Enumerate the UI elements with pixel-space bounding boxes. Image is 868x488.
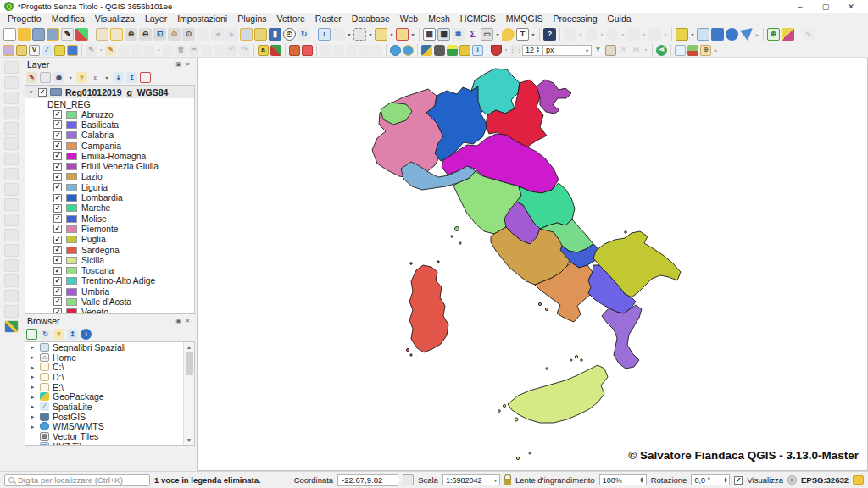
rotate-label-icon[interactable] <box>333 45 344 56</box>
browser-item-postgis[interactable]: PostGIS <box>25 412 183 422</box>
spatial-bookmarks-icon[interactable] <box>269 28 281 41</box>
legend-checkbox[interactable] <box>53 152 62 160</box>
add-feature-icon[interactable] <box>131 45 142 56</box>
new-shapefile-layer-icon[interactable] <box>16 45 27 56</box>
archive-icon[interactable] <box>459 45 470 56</box>
vertex-dropdown-icon[interactable] <box>155 44 162 57</box>
legend-item-piemonte[interactable]: Piemonte <box>25 224 194 234</box>
processing-toolbox-icon[interactable] <box>452 28 465 41</box>
zoom-to-selection-icon[interactable] <box>168 28 181 41</box>
save-edits-icon[interactable] <box>118 45 129 56</box>
layer-checkbox[interactable] <box>38 88 47 97</box>
minimize-button[interactable]: – <box>787 0 813 13</box>
select-by-value-icon[interactable] <box>375 28 387 41</box>
toggle-editing-icon[interactable] <box>105 45 116 56</box>
add-part-icon[interactable] <box>4 152 19 165</box>
island-egadi-2[interactable] <box>498 410 501 413</box>
island-san-pietro[interactable] <box>410 354 412 356</box>
polygon-dropdown-icon[interactable] <box>641 28 648 41</box>
save-project-as-icon[interactable] <box>47 28 59 41</box>
intersections-dropdown-icon[interactable] <box>643 44 649 57</box>
layer-name[interactable]: Reg01012019_g_WGS84 <box>65 87 168 97</box>
browser-item-xyz-tiles[interactable]: XYZ Tiles <box>25 441 183 445</box>
legend-swatch[interactable] <box>66 152 77 160</box>
attribute-table-icon[interactable] <box>423 28 436 41</box>
new-3d-map-view-icon[interactable] <box>254 28 267 41</box>
menu-impostazioni[interactable]: Impostazioni <box>172 14 232 24</box>
island-ischia[interactable] <box>538 302 541 305</box>
maximize-button[interactable]: ▢ <box>813 0 838 13</box>
share-icon[interactable] <box>656 45 667 56</box>
browser-item-wms[interactable]: WMS/WMTS <box>25 422 183 432</box>
qlr-layer-icon[interactable] <box>687 45 698 56</box>
legend-checkbox[interactable] <box>53 225 62 233</box>
legend-swatch[interactable] <box>66 173 77 180</box>
browser-item-vector-tiles[interactable]: Vector Tiles <box>25 431 183 441</box>
new-geopackage-layer-icon[interactable] <box>3 45 14 56</box>
copy-move-feature-icon[interactable] <box>4 92 19 104</box>
filter-dropdown-icon[interactable] <box>103 71 110 84</box>
legend-checkbox[interactable] <box>53 236 62 244</box>
zoom-to-layer-icon[interactable] <box>182 28 195 41</box>
island-lampedusa[interactable] <box>516 457 519 459</box>
coordinate-input[interactable]: -22.67,9.82 <box>337 474 398 486</box>
deselect-features-icon[interactable] <box>396 28 409 41</box>
browser-item-d-drive[interactable]: D:\ <box>25 372 183 382</box>
island-eolie-1[interactable] <box>575 355 577 358</box>
collapse-all-icon[interactable] <box>126 72 137 83</box>
new-temporary-layer-icon[interactable] <box>54 45 65 56</box>
marker-style-icon[interactable] <box>726 28 738 41</box>
osm-place-search-icon[interactable] <box>767 28 780 41</box>
legend-swatch[interactable] <box>66 308 77 314</box>
feature-action-dropdown-icon[interactable] <box>346 28 353 41</box>
move-label-icon[interactable] <box>320 45 331 56</box>
island-maddalena[interactable] <box>437 261 439 263</box>
curved-label-icon[interactable] <box>359 45 370 56</box>
open-layer-styling-icon[interactable] <box>26 72 37 83</box>
menu-web[interactable]: Web <box>395 14 423 24</box>
cut-features-icon[interactable] <box>188 45 199 56</box>
attributes-painter-icon[interactable] <box>782 28 794 41</box>
menu-raster[interactable]: Raster <box>310 14 347 24</box>
legend-item-lazio[interactable]: Lazio <box>25 172 194 182</box>
pin-labels-icon[interactable] <box>289 45 300 56</box>
panel-close-icon[interactable] <box>183 59 192 69</box>
change-label-icon[interactable] <box>346 45 357 56</box>
toolbar-overflow-icon[interactable] <box>754 28 760 41</box>
expand-all-icon[interactable] <box>113 72 124 83</box>
legend-item-marche[interactable]: Marche <box>25 203 194 214</box>
crs-value[interactable]: EPSG:32632 <box>801 475 849 485</box>
magnifier-tool-icon[interactable] <box>700 45 711 56</box>
pan-to-selection-icon[interactable] <box>110 28 123 41</box>
scrollbar-thumb[interactable] <box>186 352 193 375</box>
paste-style-icon[interactable] <box>697 28 709 41</box>
move-feature-icon[interactable] <box>4 76 19 89</box>
fill-ring-icon[interactable] <box>4 168 19 180</box>
legend-item-trentino[interactable]: Trentino-Alto Adige <box>25 276 194 286</box>
legend-swatch[interactable] <box>66 215 77 223</box>
layout-manager-icon[interactable] <box>61 28 74 41</box>
menu-processing[interactable]: Processing <box>548 14 603 24</box>
magnifier-spinner[interactable]: 100% ▴▾ <box>599 474 647 485</box>
advanced-digitize-icon[interactable] <box>4 61 19 74</box>
current-edits-dropdown-icon[interactable] <box>97 44 104 57</box>
new-spatialite-layer-icon[interactable] <box>42 45 53 56</box>
region-friuli-venezia-giulia[interactable] <box>537 80 571 114</box>
text-annotation-icon[interactable] <box>516 28 529 41</box>
legend-swatch[interactable] <box>66 142 77 150</box>
rotation-arrows-icon[interactable]: ▴▾ <box>724 477 726 483</box>
new-layer-scratch-icon[interactable] <box>564 28 576 41</box>
legend-checkbox[interactable] <box>53 267 62 275</box>
split-parts-icon[interactable] <box>4 259 19 272</box>
island-capraia[interactable] <box>451 236 453 237</box>
legend-item-puglia[interactable]: Puglia <box>25 235 194 245</box>
zoom-out-icon[interactable] <box>139 28 152 41</box>
scale-combo[interactable]: 1:6982042 ▾ <box>442 474 500 485</box>
legend-item-sardegna[interactable]: Sardegna <box>25 245 194 255</box>
filter-expression-icon[interactable] <box>90 72 101 83</box>
new-project-icon[interactable] <box>3 28 16 41</box>
circle-dropdown-icon[interactable] <box>598 28 605 41</box>
split-features-icon[interactable] <box>4 244 19 257</box>
menu-vettore[interactable]: Vettore <box>272 14 310 24</box>
scratch-dropdown-icon[interactable] <box>577 28 584 41</box>
